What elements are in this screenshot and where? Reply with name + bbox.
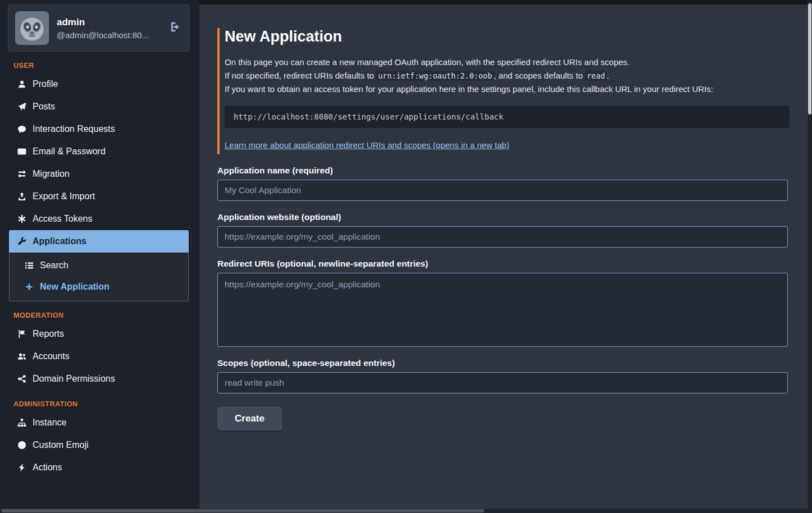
section-header-moderation: MODERATION — [13, 312, 184, 319]
application-website-label: Application website (optional) — [217, 212, 788, 222]
sidebar-item-label: Interaction Requests — [33, 124, 115, 134]
sidebar-item-actions[interactable]: Actions — [9, 456, 189, 479]
settings-page: admin @admin@localhost:80... USER Profil… — [0, 0, 812, 513]
read-code: read — [585, 71, 607, 81]
intro-line-2-pre: If not specified, redirect URIs defaults… — [225, 71, 376, 80]
intro-line-1: On this page you can create a new manage… — [225, 56, 790, 69]
sidebar-item-email-password[interactable]: Email & Password — [9, 140, 189, 163]
scopes-label: Scopes (optional, space-separated entrie… — [217, 358, 788, 368]
horizontal-scrollbar-thumb[interactable] — [1, 509, 484, 512]
sidebar-item-label: Search — [40, 260, 69, 271]
export-icon — [17, 192, 26, 201]
exchange-icon — [17, 170, 26, 179]
user-name: admin — [57, 17, 160, 28]
intro-line-3: If you want to obtain an access token fo… — [225, 83, 790, 96]
sidebar-item-migration[interactable]: Migration — [9, 163, 189, 185]
intro-line-2-mid: , and scopes defaults to — [494, 71, 585, 80]
sidebar-item-domain-permissions[interactable]: Domain Permissions — [9, 368, 189, 390]
horizontal-scrollbar-track[interactable] — [0, 509, 812, 513]
callback-url-box: http://localhost:8080/settings/user/appl… — [225, 106, 790, 128]
wrench-icon — [17, 237, 26, 246]
sidebar-item-posts[interactable]: Posts — [9, 95, 189, 118]
sitemap-icon — [17, 418, 26, 428]
sidebar-item-new-application[interactable]: New Application — [10, 276, 188, 297]
plus-icon — [24, 282, 34, 292]
scopes-input[interactable] — [217, 372, 788, 393]
sidebar-item-interaction-requests[interactable]: Interaction Requests — [9, 118, 189, 140]
section-header-user: USER — [13, 62, 184, 70]
page-title: New Application — [225, 28, 790, 45]
users-icon — [17, 352, 26, 361]
sidebar-item-custom-emoji[interactable]: Custom Emoji — [9, 434, 189, 456]
vertical-scrollbar-track[interactable] — [808, 0, 812, 513]
user-handle: @admin@localhost:80... — [57, 30, 160, 40]
sidebar-item-instance[interactable]: Instance — [9, 411, 189, 434]
sidebar-item-label: Instance — [33, 418, 66, 428]
user-icon — [17, 80, 26, 89]
vertical-scrollbar-thumb[interactable] — [808, 3, 811, 114]
applications-submenu: Search New Application — [9, 253, 189, 301]
sidebar-item-label: Posts — [33, 102, 55, 112]
sidebar: admin @admin@localhost:80... USER Profil… — [0, 0, 199, 513]
application-website-input[interactable] — [217, 226, 788, 248]
sidebar-item-label: Custom Emoji — [33, 440, 89, 450]
bolt-icon — [17, 463, 26, 473]
sidebar-item-applications-search[interactable]: Search — [10, 255, 188, 276]
application-name-label: Application name (required) — [217, 166, 788, 176]
sidebar-item-applications[interactable]: Applications — [9, 230, 189, 253]
new-application-form: Application name (required) Application … — [217, 166, 788, 430]
flag-icon — [17, 329, 26, 339]
redirect-uris-label: Redirect URIs (optional, newline-separat… — [217, 259, 788, 269]
intro-line-2-post: . — [606, 71, 609, 80]
sidebar-item-label: New Application — [40, 282, 110, 292]
application-name-input[interactable] — [217, 180, 788, 201]
intro-line-2: If not specified, redirect URIs defaults… — [225, 69, 790, 83]
user-card[interactable]: admin @admin@localhost:80... — [8, 4, 190, 52]
list-icon — [24, 261, 34, 271]
sidebar-item-label: Accounts — [33, 351, 70, 361]
avatar — [15, 11, 49, 45]
envelope-icon — [17, 147, 26, 157]
learn-more-link[interactable]: Learn more about application redirect UR… — [225, 140, 509, 150]
oob-code: urn:ietf:wg:oauth:2.0:oob — [376, 71, 494, 81]
sidebar-group-applications: Applications Search New Application — [9, 230, 189, 301]
create-button[interactable]: Create — [217, 407, 282, 430]
seal-icon — [17, 214, 26, 224]
sidebar-item-label: Reports — [33, 329, 64, 339]
section-header-administration: ADMINISTRATION — [13, 400, 184, 408]
sign-out-icon[interactable] — [168, 20, 183, 36]
sidebar-item-profile[interactable]: Profile — [9, 73, 189, 95]
sidebar-item-label: Domain Permissions — [33, 374, 115, 384]
sidebar-item-accounts[interactable]: Accounts — [9, 345, 189, 368]
sidebar-item-label: Access Tokens — [33, 214, 92, 224]
redirect-uris-textarea[interactable] — [217, 273, 788, 347]
sidebar-item-access-tokens[interactable]: Access Tokens — [9, 208, 189, 230]
smiley-icon — [17, 441, 26, 450]
sidebar-item-label: Actions — [33, 462, 62, 473]
sidebar-item-export-import[interactable]: Export & Import — [9, 185, 189, 208]
user-info: admin @admin@localhost:80... — [57, 17, 160, 40]
sidebar-item-reports[interactable]: Reports — [9, 323, 189, 345]
sidebar-item-label: Export & Import — [33, 191, 95, 201]
comment-icon — [17, 125, 26, 134]
share-nodes-icon — [17, 374, 26, 384]
paper-plane-icon — [17, 102, 26, 112]
sidebar-item-label: Migration — [33, 169, 70, 179]
sidebar-item-label: Email & Password — [33, 146, 106, 157]
main-panel: New Application On this page you can cre… — [199, 4, 808, 509]
intro-block: New Application On this page you can cre… — [217, 28, 790, 154]
sidebar-item-label: Profile — [33, 79, 58, 89]
sidebar-item-label: Applications — [33, 236, 86, 246]
